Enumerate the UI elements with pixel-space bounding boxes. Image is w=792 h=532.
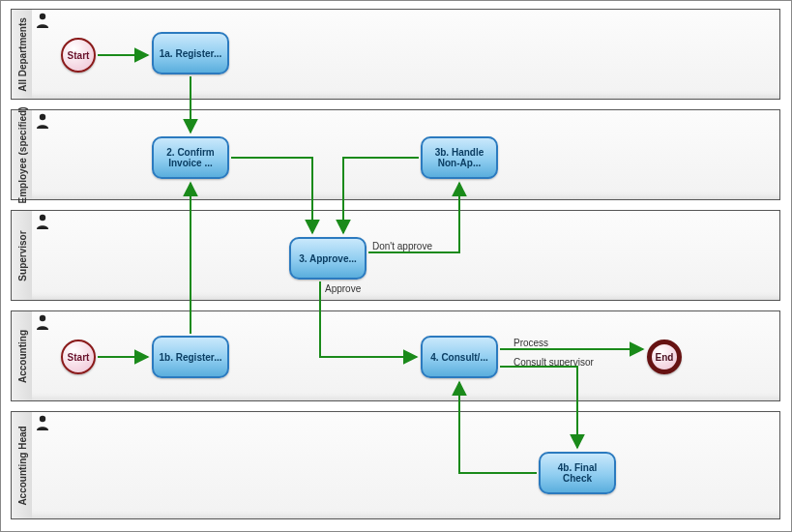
- lane-accounting-head: Accounting Head: [11, 411, 780, 519]
- lane-label: Employee (specified): [17, 106, 28, 203]
- edge-label-dont-approve: Don't approve: [372, 241, 432, 251]
- task-4b-final-check[interactable]: 4b. Final Check: [539, 452, 616, 494]
- task-label: 4b. Final Check: [543, 462, 611, 484]
- svg-point-1: [40, 114, 45, 120]
- task-1a-register[interactable]: 1a. Register...: [152, 32, 229, 74]
- user-icon: [36, 314, 49, 330]
- event-label: Start: [68, 50, 90, 61]
- svg-point-0: [40, 14, 45, 19]
- lane-supervisor: Supervisor: [11, 210, 780, 301]
- lane-body[interactable]: [32, 210, 780, 301]
- task-1b-register[interactable]: 1b. Register...: [152, 336, 229, 378]
- task-2-confirm-invoice[interactable]: 2. Confirm Invoice ...: [152, 136, 229, 179]
- svg-point-3: [40, 315, 45, 321]
- start-event-1[interactable]: Start: [61, 38, 96, 73]
- task-3-approve[interactable]: 3. Approve...: [289, 237, 367, 280]
- lane-label: All Departments: [17, 17, 28, 92]
- svg-point-4: [40, 416, 45, 422]
- task-label: 1b. Register...: [159, 352, 221, 363]
- task-3b-handle-non-approved[interactable]: 3b. Handle Non-Ap...: [421, 136, 498, 179]
- lane-all-departments: All Departments: [11, 9, 780, 100]
- lane-label: Accounting: [17, 330, 28, 383]
- task-label: 4. Consult/...: [430, 352, 487, 363]
- task-label: 3b. Handle Non-Ap...: [425, 147, 493, 168]
- user-icon: [36, 214, 49, 229]
- event-label: Start: [68, 352, 90, 363]
- svg-point-2: [40, 215, 45, 221]
- bpmn-canvas: All Departments Employee (specified) Sup…: [0, 0, 792, 532]
- end-event[interactable]: End: [647, 340, 682, 374]
- edge-label-consult-supervisor: Consult supervisor: [513, 357, 594, 368]
- edge-label-process: Process: [513, 338, 548, 348]
- lane-label: Supervisor: [17, 230, 28, 281]
- user-icon: [36, 415, 49, 430]
- user-icon: [36, 13, 49, 28]
- task-label: 3. Approve...: [299, 253, 357, 264]
- task-label: 1a. Register...: [160, 48, 221, 59]
- lane-employee: Employee (specified): [11, 109, 780, 200]
- start-event-2[interactable]: Start: [61, 340, 96, 374]
- lane-body[interactable]: [32, 9, 780, 100]
- edge-label-approve: Approve: [325, 283, 361, 294]
- lane-body[interactable]: [32, 109, 780, 200]
- user-icon: [36, 113, 49, 129]
- task-label: 2. Confirm Invoice ...: [157, 147, 224, 168]
- lane-label: Accounting Head: [17, 426, 28, 505]
- event-label: End: [656, 352, 674, 363]
- task-4-consult[interactable]: 4. Consult/...: [421, 336, 498, 378]
- lane-body[interactable]: [32, 411, 780, 519]
